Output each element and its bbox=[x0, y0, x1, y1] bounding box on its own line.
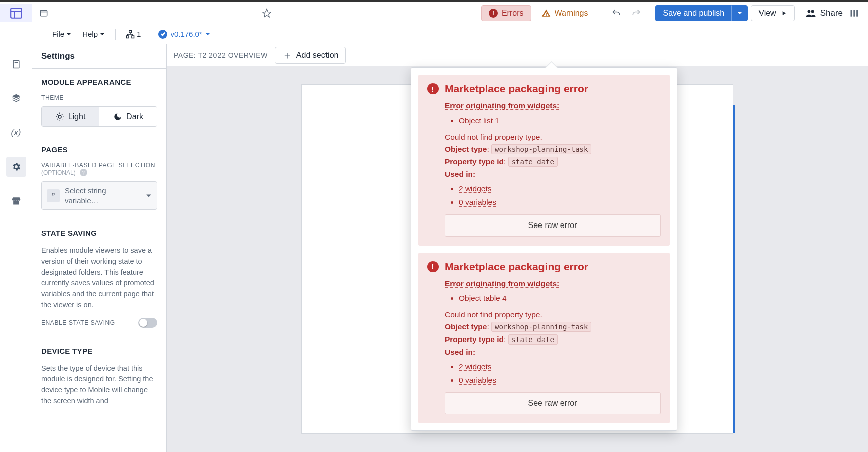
error-origin-item: Object table 4 bbox=[459, 292, 661, 305]
workspace-count[interactable]: 1 bbox=[123, 28, 144, 41]
state-saving-toggle[interactable] bbox=[138, 318, 157, 328]
state-saving-toggle-label: ENABLE STATE SAVING bbox=[41, 319, 115, 326]
settings-sidebar: Settings MODULE APPEARANCE THEME Light D… bbox=[32, 44, 167, 452]
variable-page-label: VARIABLE-BASED PAGE SELECTION (OPTIONAL)… bbox=[41, 162, 157, 176]
rail-document[interactable] bbox=[6, 54, 26, 74]
check-circle-icon bbox=[158, 30, 167, 39]
svg-rect-3 bbox=[40, 10, 47, 16]
divider bbox=[800, 8, 800, 19]
errors-button[interactable]: ! Errors bbox=[481, 5, 531, 21]
left-rail: (x) bbox=[0, 44, 32, 452]
error-property-id: state_date bbox=[508, 334, 558, 345]
redo-button[interactable] bbox=[628, 5, 645, 22]
error-badge-icon: ! bbox=[489, 9, 498, 18]
svg-rect-7 bbox=[851, 10, 852, 16]
error-object-type: workshop-planning-task bbox=[491, 144, 591, 154]
rail-marketplace[interactable] bbox=[6, 191, 26, 211]
divider bbox=[115, 29, 116, 40]
canvas-area: PAGE: T2 2022 OVERVIEW ＋ Add section !Ma… bbox=[167, 44, 868, 452]
sun-icon bbox=[55, 112, 64, 121]
theme-dark-button[interactable]: Dark bbox=[99, 107, 157, 126]
error-used-in-list: 2 widgets0 variables bbox=[445, 183, 661, 209]
error-origin-list: Object table 4 bbox=[445, 292, 661, 305]
save-and-publish-button[interactable]: Save and publish bbox=[655, 5, 748, 21]
plus-icon: ＋ bbox=[282, 50, 292, 60]
state-saving-description: Enables module viewers to save a version… bbox=[41, 245, 157, 311]
error-card: !Marketplace packaging errorError origin… bbox=[418, 253, 670, 423]
caret-down-icon bbox=[66, 32, 71, 37]
svg-rect-8 bbox=[853, 10, 855, 16]
svg-point-5 bbox=[807, 10, 810, 13]
error-origin-label: Error originating from widgets: bbox=[445, 278, 661, 290]
select-placeholder: Select string variable… bbox=[65, 186, 141, 205]
variable-page-select[interactable]: ” Select string variable… bbox=[41, 181, 157, 210]
section-heading: MODULE APPEARANCE bbox=[41, 78, 157, 86]
error-icon: ! bbox=[427, 261, 439, 272]
svg-point-15 bbox=[58, 115, 61, 118]
panel-toggle-button[interactable] bbox=[846, 5, 863, 22]
add-section-button[interactable]: ＋ Add section bbox=[275, 47, 346, 64]
warnings-button[interactable]: Warnings bbox=[534, 6, 595, 21]
caret-down-icon bbox=[737, 11, 742, 16]
page-breadcrumb: PAGE: T2 2022 OVERVIEW bbox=[174, 51, 268, 59]
version-badge[interactable]: v0.176.0* bbox=[158, 30, 210, 39]
error-used-in-link[interactable]: 2 widgets bbox=[459, 362, 491, 371]
warning-icon bbox=[541, 9, 551, 18]
theme-light-button[interactable]: Light bbox=[42, 107, 99, 126]
quote-icon: ” bbox=[47, 189, 60, 202]
section-pages: PAGES VARIABLE-BASED PAGE SELECTION (OPT… bbox=[32, 136, 166, 219]
section-module-appearance: MODULE APPEARANCE THEME Light Dark bbox=[32, 69, 166, 136]
module-icon[interactable] bbox=[35, 5, 52, 22]
error-title: Marketplace packaging error bbox=[445, 83, 588, 95]
error-origin-item: Object list 1 bbox=[459, 115, 661, 127]
rail-variables[interactable]: (x) bbox=[6, 123, 26, 143]
help-menu[interactable]: Help bbox=[79, 28, 108, 40]
errors-popover: !Marketplace packaging errorError origin… bbox=[411, 67, 677, 431]
error-object-type: workshop-planning-task bbox=[491, 322, 591, 332]
section-device-type: DEVICE TYPE Sets the type of device that… bbox=[32, 337, 166, 423]
error-icon: ! bbox=[427, 83, 439, 94]
svg-rect-13 bbox=[13, 61, 19, 68]
favorite-star-icon[interactable] bbox=[258, 5, 275, 22]
menu-bar: File Help 1 v0.176.0* bbox=[0, 24, 868, 44]
error-message: Could not find property type. bbox=[445, 309, 661, 321]
error-used-in-link[interactable]: 0 variables bbox=[459, 198, 496, 206]
share-button[interactable]: Share bbox=[805, 8, 843, 18]
error-used-in-link[interactable]: 0 variables bbox=[459, 376, 496, 384]
see-raw-error-button[interactable]: See raw error bbox=[445, 214, 661, 237]
sidebar-title: Settings bbox=[32, 44, 166, 69]
rail-settings[interactable] bbox=[6, 157, 26, 177]
svg-rect-9 bbox=[856, 10, 858, 16]
caret-down-icon bbox=[146, 193, 152, 199]
save-and-publish-dropdown[interactable] bbox=[732, 5, 748, 21]
hierarchy-icon bbox=[126, 30, 135, 39]
theme-label: THEME bbox=[41, 94, 157, 101]
caret-down-icon bbox=[100, 32, 105, 37]
app-logo[interactable] bbox=[0, 4, 32, 22]
title-bar: ! Errors Warnings Save and publish View … bbox=[0, 2, 868, 24]
section-heading: DEVICE TYPE bbox=[41, 347, 157, 355]
error-used-in-label: Used in: bbox=[445, 168, 661, 181]
error-card: !Marketplace packaging errorError origin… bbox=[418, 75, 670, 246]
svg-rect-0 bbox=[11, 8, 22, 18]
rail-layers[interactable] bbox=[6, 88, 26, 108]
divider bbox=[151, 29, 151, 40]
help-icon[interactable]: ? bbox=[80, 169, 87, 176]
error-used-in-link[interactable]: 2 widgets bbox=[459, 184, 491, 193]
view-button[interactable]: View bbox=[751, 5, 794, 21]
see-raw-error-button[interactable]: See raw error bbox=[445, 392, 661, 414]
svg-point-6 bbox=[811, 10, 814, 13]
device-type-description: Sets the type of device that this module… bbox=[41, 363, 157, 407]
svg-marker-4 bbox=[263, 9, 271, 17]
error-message: Could not find property type. bbox=[445, 131, 661, 144]
file-menu[interactable]: File bbox=[49, 28, 74, 40]
moon-icon bbox=[113, 112, 122, 121]
canvas-toolbar: PAGE: T2 2022 OVERVIEW ＋ Add section bbox=[167, 44, 868, 66]
undo-button[interactable] bbox=[608, 5, 625, 22]
play-icon bbox=[780, 10, 787, 17]
error-title: Marketplace packaging error bbox=[445, 261, 588, 273]
section-heading: STATE SAVING bbox=[41, 229, 157, 237]
people-icon bbox=[805, 9, 816, 18]
section-state-saving: STATE SAVING Enables module viewers to s… bbox=[32, 219, 166, 337]
svg-rect-11 bbox=[127, 36, 129, 38]
